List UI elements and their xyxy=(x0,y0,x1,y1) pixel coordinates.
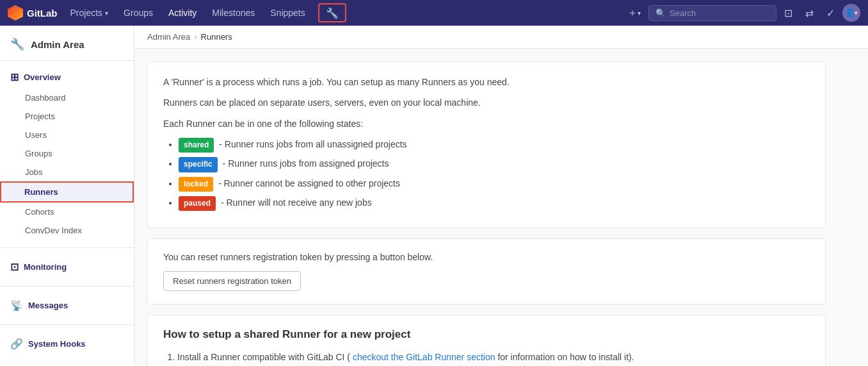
hooks-label: System Hooks xyxy=(28,339,86,349)
sidebar-divider-2 xyxy=(0,286,134,287)
messages-label: Messages xyxy=(28,301,68,310)
nav-logo-text: GitLab xyxy=(27,8,58,19)
badge-paused: paused xyxy=(179,196,216,211)
messages-icon: 📡 xyxy=(10,299,23,312)
states-intro: Each Runner can be in one of the followi… xyxy=(163,117,810,131)
setup-box: How to setup a shared Runner for a new p… xyxy=(147,315,826,366)
sidebar-header-title: Admin Area xyxy=(31,39,84,50)
monitoring-label: Monitoring xyxy=(24,262,67,272)
admin-wrench-button[interactable]: 🔧 xyxy=(318,3,346,22)
overview-label: Overview xyxy=(24,72,61,82)
gitlab-runner-link[interactable]: checkout the GitLab Runner section xyxy=(353,352,497,362)
badge-specific: specific xyxy=(179,157,218,172)
overview-icon: ⊞ xyxy=(10,71,19,83)
nav-items: Projects ▾ Groups Activity Milestones Sn… xyxy=(63,0,623,26)
sidebar-item-projects[interactable]: Projects xyxy=(0,107,134,126)
list-item: specific - Runner runs jobs from assigne… xyxy=(179,156,810,172)
sidebar-monitoring-header[interactable]: ⊡ Monitoring xyxy=(0,256,134,278)
sidebar-section-monitoring: ⊡ Monitoring xyxy=(0,251,134,283)
main-content: Admin Area › Runners A 'Runner' is a pro… xyxy=(134,26,868,366)
breadcrumb-current: Runners xyxy=(201,32,232,42)
search-icon: 🔍 xyxy=(655,8,666,18)
breadcrumb-parent[interactable]: Admin Area xyxy=(147,32,190,42)
info-para-1: A 'Runner' is a process which runs a job… xyxy=(163,75,810,89)
reset-token-button[interactable]: Reset runners registration token xyxy=(163,271,301,291)
reset-text: You can reset runners registration token… xyxy=(163,252,810,262)
hooks-icon: 🔗 xyxy=(10,338,23,350)
list-item: shared - Runner runs jobs from all unass… xyxy=(179,137,810,153)
sidebar-item-runners[interactable]: Runners xyxy=(0,181,134,203)
nav-right: ＋ ▾ 🔍 ⊡ ⇄ ✓ 👤 ▾ xyxy=(622,0,860,26)
search-input[interactable] xyxy=(670,8,766,18)
sidebar-header: 🔧 Admin Area xyxy=(0,26,134,61)
badge-locked: locked xyxy=(179,177,213,192)
sidebar-section-overview: ⊞ Overview Dashboard Projects Users Grou… xyxy=(0,61,134,245)
merge-requests-button[interactable]: ⇄ xyxy=(800,0,819,26)
new-item-button[interactable]: ＋ ▾ xyxy=(622,0,646,26)
info-para-2: Runners can be placed on separate users,… xyxy=(163,96,810,110)
breadcrumb-separator: › xyxy=(194,32,197,42)
sidebar-section-hooks: 🔗 System Hooks xyxy=(0,328,134,360)
top-nav: GitLab Projects ▾ Groups Activity Milest… xyxy=(0,0,868,26)
nav-item-projects[interactable]: Projects ▾ xyxy=(63,0,117,26)
monitoring-icon: ⊡ xyxy=(10,261,19,273)
nav-item-snippets[interactable]: Snippets xyxy=(262,0,312,26)
user-avatar[interactable]: 👤 ▾ xyxy=(842,4,860,22)
list-item: paused - Runner will not receive any new… xyxy=(179,195,810,211)
sidebar-item-dashboard[interactable]: Dashboard xyxy=(0,88,134,107)
sidebar: 🔧 Admin Area ⊞ Overview Dashboard Projec… xyxy=(0,26,134,366)
sidebar-divider-1 xyxy=(0,247,134,248)
list-item: locked - Runner cannot be assigned to ot… xyxy=(179,176,810,192)
monitor-icon-button[interactable]: ⊡ xyxy=(779,0,798,26)
sidebar-overview-header[interactable]: ⊞ Overview xyxy=(0,66,134,88)
sidebar-item-groups[interactable]: Groups xyxy=(0,144,134,163)
nav-item-milestones[interactable]: Milestones xyxy=(204,0,262,26)
sidebar-wrench-icon: 🔧 xyxy=(10,37,24,51)
sidebar-item-jobs[interactable]: Jobs xyxy=(0,163,134,181)
sidebar-item-users[interactable]: Users xyxy=(0,126,134,144)
sidebar-item-cohorts[interactable]: Cohorts xyxy=(0,203,134,221)
runner-info-box: A 'Runner' is a process which runs a job… xyxy=(147,62,826,228)
states-list: shared - Runner runs jobs from all unass… xyxy=(163,137,810,211)
badge-shared: shared xyxy=(179,138,214,153)
setup-heading: How to setup a shared Runner for a new p… xyxy=(163,328,810,341)
main-layout: 🔧 Admin Area ⊞ Overview Dashboard Projec… xyxy=(0,26,868,366)
setup-step-1: Install a Runner compatible with GitLab … xyxy=(177,350,810,365)
nav-item-activity[interactable]: Activity xyxy=(161,0,204,26)
reset-box: You can reset runners registration token… xyxy=(147,238,826,304)
content-area: A 'Runner' is a process which runs a job… xyxy=(134,49,839,366)
todos-button[interactable]: ✓ xyxy=(821,0,840,26)
setup-steps: Install a Runner compatible with GitLab … xyxy=(163,350,810,366)
sidebar-messages-header[interactable]: 📡 Messages xyxy=(0,294,134,317)
nav-logo[interactable]: GitLab xyxy=(8,5,58,21)
sidebar-section-messages: 📡 Messages xyxy=(0,289,134,322)
nav-item-groups[interactable]: Groups xyxy=(116,0,161,26)
gitlab-fox-icon xyxy=(8,5,23,21)
sidebar-item-convdev[interactable]: ConvDev Index xyxy=(0,221,134,240)
breadcrumb: Admin Area › Runners xyxy=(134,26,868,49)
sidebar-divider-3 xyxy=(0,324,134,325)
sidebar-hooks-header[interactable]: 🔗 System Hooks xyxy=(0,333,134,355)
chevron-down-icon: ▾ xyxy=(105,10,108,17)
search-box[interactable]: 🔍 xyxy=(648,5,776,21)
